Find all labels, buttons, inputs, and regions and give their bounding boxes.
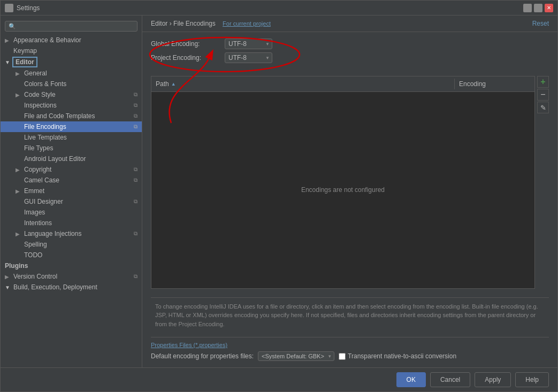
sidebar-item-label: Keymap xyxy=(13,47,37,55)
sidebar-item-todo[interactable]: TODO xyxy=(1,250,142,260)
window-controls: ✕ xyxy=(523,4,553,12)
sidebar-item-copyright[interactable]: ▶ Copyright ⧉ xyxy=(1,164,142,175)
sidebar-item-label: TODO xyxy=(16,251,42,259)
search-box[interactable]: 🔍 xyxy=(5,21,137,32)
sidebar-item-label: Images xyxy=(16,209,45,216)
sidebar-item-camel-case[interactable]: Camel Case ⧉ xyxy=(1,175,142,186)
transparent-checkbox[interactable] xyxy=(339,353,346,360)
global-encoding-select[interactable]: UTF-8 UTF-16 ISO-8859-1 GBK xyxy=(225,39,272,49)
title-bar: Settings ✕ xyxy=(1,1,557,16)
sidebar: 🔍 ▶ Appearance & Behavior Keymap ▼ Edito… xyxy=(1,16,142,367)
breadcrumb: Editor › File Encodings For current proj… xyxy=(151,20,271,27)
minimize-button[interactable] xyxy=(523,4,532,12)
copy-icon: ⧉ xyxy=(134,230,137,237)
expand-icon: ▶ xyxy=(5,37,11,43)
sidebar-item-version-control[interactable]: ▶ Version Control ⧉ xyxy=(1,271,142,282)
empty-text: Encodings are not configured xyxy=(301,186,385,194)
sidebar-item-label: Camel Case xyxy=(16,176,59,184)
table-header: Path ▲ Encoding xyxy=(151,76,534,92)
file-encoding-table: Path ▲ Encoding Encodings are not config… xyxy=(151,76,535,289)
sidebar-item-inspections[interactable]: Inspections ⧉ xyxy=(1,100,142,111)
sidebar-item-images[interactable]: Images xyxy=(1,207,142,218)
sidebar-item-language-injections[interactable]: ▶ Language Injections ⧉ xyxy=(1,228,142,239)
table-side-buttons: + − ✎ xyxy=(537,76,549,289)
table-wrapper: Path ▲ Encoding Encodings are not config… xyxy=(151,76,535,289)
col-path-label: Path xyxy=(156,80,169,88)
copy-icon: ⧉ xyxy=(134,166,137,173)
sidebar-item-appearance[interactable]: ▶ Appearance & Behavior xyxy=(1,35,142,45)
settings-panel: Global Encoding: UTF-8 UTF-16 ISO-8859-1… xyxy=(142,32,557,367)
sidebar-item-editor[interactable]: ▼ Editor xyxy=(1,56,142,68)
section-label: Plugins xyxy=(5,262,28,270)
add-button[interactable]: + xyxy=(537,76,549,88)
table-empty-message: Encodings are not configured xyxy=(151,92,534,288)
copy-icon: ⧉ xyxy=(134,198,137,205)
sidebar-item-label: File Types xyxy=(16,144,53,152)
col-encoding: Encoding xyxy=(454,79,534,89)
breadcrumb-separator: › xyxy=(170,20,173,27)
sidebar-item-intentions[interactable]: Intentions xyxy=(1,218,142,228)
project-encoding-label: Project Encoding: xyxy=(151,54,220,62)
dialog-footer: OK Cancel Apply Help xyxy=(1,367,557,391)
close-button[interactable]: ✕ xyxy=(545,4,553,12)
sidebar-item-file-encodings[interactable]: File Encodings ⧉ xyxy=(1,121,142,132)
sidebar-item-label: Inspections xyxy=(16,102,57,109)
sidebar-item-label: File and Code Templates xyxy=(16,112,95,120)
expand-icon: ▶ xyxy=(16,231,22,237)
sidebar-item-file-types[interactable]: File Types xyxy=(1,143,142,153)
sidebar-item-emmet[interactable]: ▶ Emmet xyxy=(1,186,142,196)
help-button[interactable]: Help xyxy=(515,372,549,387)
copy-icon: ⧉ xyxy=(134,113,137,119)
sidebar-item-live-templates[interactable]: Live Templates xyxy=(1,132,142,143)
sidebar-item-build-execution[interactable]: ▼ Build, Execution, Deployment xyxy=(1,282,142,293)
sidebar-item-code-style[interactable]: ▶ Code Style ⧉ xyxy=(1,89,142,100)
sidebar-item-colors-fonts[interactable]: Colors & Fonts xyxy=(1,79,142,89)
global-encoding-label: Global Encoding: xyxy=(151,40,220,48)
properties-title: Properties Files (*.properties) xyxy=(151,342,549,348)
global-encoding-row: Global Encoding: UTF-8 UTF-16 ISO-8859-1… xyxy=(151,39,549,49)
sidebar-item-general[interactable]: ▶ General xyxy=(1,68,142,79)
cancel-button[interactable]: Cancel xyxy=(430,372,470,387)
sidebar-item-label: Copyright xyxy=(24,166,51,173)
dialog-content: 🔍 ▶ Appearance & Behavior Keymap ▼ Edito… xyxy=(1,16,557,367)
sidebar-item-label: Live Templates xyxy=(16,134,67,141)
checkbox-text: Transparent native-to-ascii conversion xyxy=(348,352,456,360)
maximize-button[interactable] xyxy=(534,4,542,12)
sort-icon: ▲ xyxy=(171,81,176,87)
col-encoding-label: Encoding xyxy=(459,80,486,88)
edit-button[interactable]: ✎ xyxy=(537,102,549,113)
main-content: Editor › File Encodings For current proj… xyxy=(142,16,557,367)
ok-button[interactable]: OK xyxy=(396,372,426,387)
sidebar-item-file-code-templates[interactable]: File and Code Templates ⧉ xyxy=(1,111,142,121)
sidebar-item-label: Language Injections xyxy=(24,230,81,237)
window-title: Settings xyxy=(17,4,523,12)
sidebar-item-label: Colors & Fonts xyxy=(16,80,66,88)
apply-button[interactable]: Apply xyxy=(475,372,511,387)
breadcrumb-path: Editor xyxy=(151,20,167,27)
search-input[interactable] xyxy=(18,22,134,30)
info-text: To change encoding IntelliJ IDEA uses fo… xyxy=(151,297,549,333)
expand-icon: ▶ xyxy=(16,71,22,76)
expand-icon: ▶ xyxy=(5,274,11,280)
breadcrumb-current: File Encodings xyxy=(173,20,216,27)
reset-button[interactable]: Reset xyxy=(532,20,549,27)
table-container: Path ▲ Encoding Encodings are not config… xyxy=(151,76,549,289)
expand-icon: ▼ xyxy=(5,285,11,290)
copy-icon: ⧉ xyxy=(134,91,137,98)
sidebar-item-label: GUI Designer xyxy=(16,198,63,205)
properties-section: Properties Files (*.properties) Default … xyxy=(151,337,549,361)
encoding-settings-area: Global Encoding: UTF-8 UTF-16 ISO-8859-1… xyxy=(151,39,549,72)
default-encoding-select[interactable]: <System Default: GBK> UTF-8 UTF-16 xyxy=(258,351,334,361)
sidebar-item-label: Editor xyxy=(13,58,36,66)
sidebar-item-gui-designer[interactable]: GUI Designer ⧉ xyxy=(1,196,142,207)
settings-window: Settings ✕ 🔍 ▶ Appearance & Behavior xyxy=(0,0,558,392)
sidebar-item-spelling[interactable]: Spelling xyxy=(1,239,142,250)
project-encoding-select[interactable]: UTF-8 UTF-16 ISO-8859-1 GBK xyxy=(225,52,272,63)
expand-icon: ▼ xyxy=(5,59,11,65)
project-link[interactable]: For current project xyxy=(223,20,271,27)
remove-button[interactable]: − xyxy=(537,89,549,101)
sidebar-item-android-layout[interactable]: Android Layout Editor xyxy=(1,153,142,164)
sidebar-item-keymap[interactable]: Keymap xyxy=(1,45,142,56)
sidebar-item-label: Code Style xyxy=(24,91,56,98)
properties-row: Default encoding for properties files: <… xyxy=(151,351,549,361)
